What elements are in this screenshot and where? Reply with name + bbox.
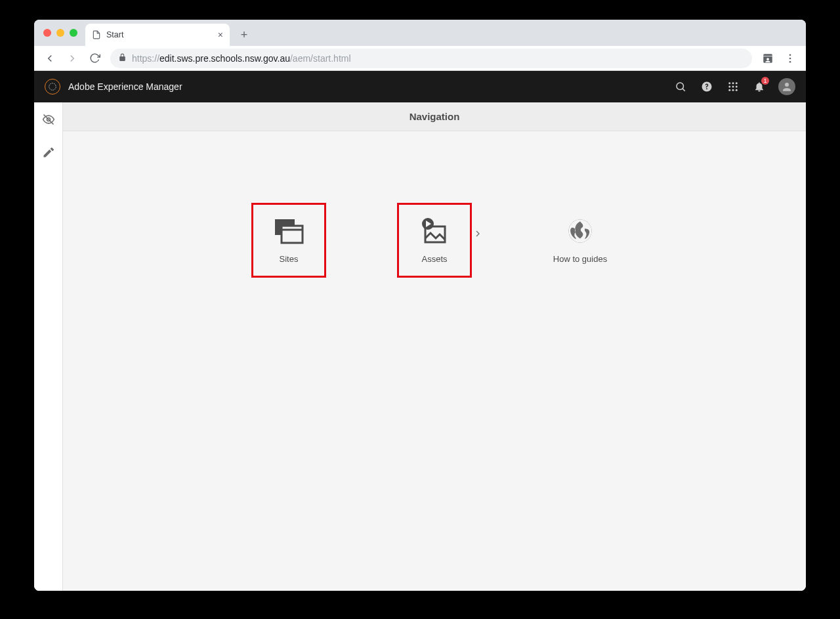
new-tab-button[interactable]: +: [235, 26, 253, 44]
svg-point-16: [785, 83, 789, 87]
svg-point-1: [789, 57, 791, 59]
browser-toolbar: https://edit.sws.pre.schools.nsw.gov.au/…: [34, 46, 806, 71]
svg-point-3: [49, 83, 56, 91]
address-bar[interactable]: https://edit.sws.pre.schools.nsw.gov.au/…: [110, 49, 752, 68]
apps-button[interactable]: [726, 79, 740, 94]
url-host: edit.sws.pre.schools.nsw.gov.au: [159, 53, 290, 64]
browser-window: Start × + https://edit.sws.pre.schools.n…: [34, 20, 806, 591]
svg-line-5: [682, 89, 685, 91]
svg-point-10: [728, 86, 730, 88]
back-button[interactable]: [39, 48, 60, 69]
svg-point-9: [736, 82, 738, 84]
svg-point-12: [736, 86, 738, 88]
left-rail: [34, 102, 63, 591]
lock-icon: [118, 53, 127, 64]
svg-point-15: [736, 89, 738, 91]
rail-navigation-button[interactable]: [38, 109, 59, 130]
account-icon[interactable]: [757, 48, 778, 69]
user-avatar[interactable]: [778, 78, 795, 95]
rail-tools-button[interactable]: [38, 142, 59, 163]
tab-title: Start: [106, 30, 218, 39]
forward-button[interactable]: [62, 48, 83, 69]
svg-point-7: [728, 82, 730, 84]
url-path: /aem/start.html: [290, 53, 351, 64]
product-name: Adobe Experience Manager: [68, 81, 673, 92]
svg-point-14: [732, 89, 734, 91]
svg-point-0: [789, 54, 791, 56]
svg-rect-20: [282, 226, 303, 243]
browser-menu-button[interactable]: [780, 48, 801, 69]
aem-body: Navigation Sites: [34, 102, 806, 591]
svg-point-11: [732, 86, 734, 88]
notification-badge: 1: [761, 77, 769, 85]
nav-heading: Navigation: [63, 102, 806, 131]
window-close-button[interactable]: [43, 29, 51, 37]
chevron-right-icon: [472, 228, 483, 242]
page-favicon-icon: [92, 30, 101, 39]
nav-card-label: Sites: [280, 254, 299, 264]
globe-icon: [564, 217, 596, 245]
tab-strip: Start × +: [34, 20, 806, 46]
aem-header: Adobe Experience Manager 1: [34, 71, 806, 102]
search-button[interactable]: [673, 79, 688, 94]
url-prefix: https://: [132, 53, 159, 64]
nav-card-assets[interactable]: Assets: [398, 203, 471, 277]
window-minimize-button[interactable]: [56, 29, 64, 37]
help-button[interactable]: [700, 79, 714, 94]
url-text: https://edit.sws.pre.schools.nsw.gov.au/…: [132, 53, 744, 64]
svg-point-2: [789, 60, 791, 62]
nav-card-label: How to guides: [553, 254, 607, 264]
notifications-button[interactable]: 1: [752, 79, 766, 94]
aem-header-actions: 1: [673, 78, 795, 95]
svg-point-4: [677, 83, 684, 90]
svg-point-13: [728, 89, 730, 91]
card-area: Sites Assets: [63, 131, 806, 591]
assets-icon: [419, 217, 450, 245]
window-controls: [43, 29, 77, 37]
nav-card-howto[interactable]: How to guides: [543, 203, 617, 277]
svg-point-8: [732, 82, 734, 84]
tab-close-button[interactable]: ×: [218, 30, 223, 40]
sites-icon: [273, 217, 304, 245]
window-zoom-button[interactable]: [70, 29, 77, 37]
reload-button[interactable]: [84, 48, 105, 69]
nav-card-label: Assets: [421, 254, 447, 264]
aem-main: Navigation Sites: [63, 102, 806, 591]
nav-card-sites[interactable]: Sites: [252, 203, 326, 277]
aem-logo[interactable]: [45, 79, 60, 95]
browser-tab[interactable]: Start ×: [85, 24, 230, 46]
